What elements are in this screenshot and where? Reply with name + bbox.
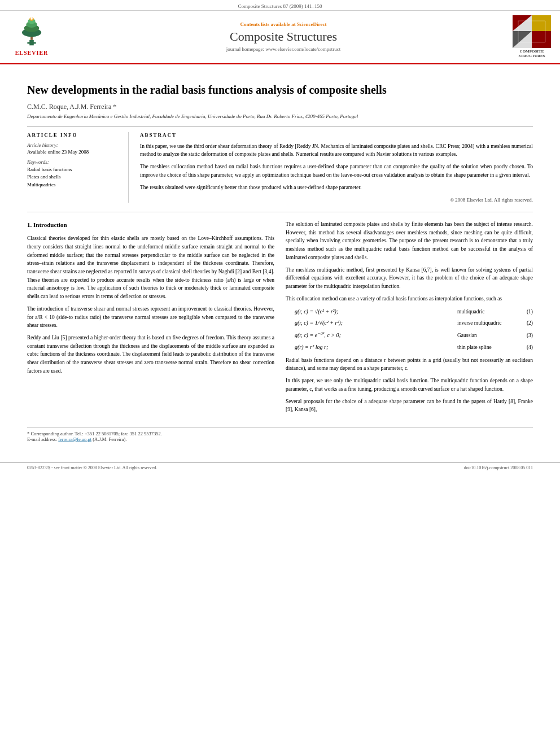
- footnote-email-link[interactable]: ferreira@fe.up.pt: [58, 436, 91, 442]
- footer-bar: 0263-8223/$ - see front matter © 2008 El…: [0, 462, 560, 473]
- journal-homepage: journal homepage: www.elsevier.com/locat…: [54, 46, 513, 52]
- right-column-inner: The solution of laminated composite plat…: [286, 220, 533, 414]
- affiliation: Departamento de Engenharia Mecânica e Ge…: [27, 113, 533, 119]
- composite-structures-logo: COMPOSITESTRUCTURES: [513, 15, 551, 59]
- footnote-star: * Corresponding author. Tel.: +351 22 50…: [27, 431, 533, 436]
- equation-1: g(r, c) = √(c² + r²); multiquadric (1): [286, 307, 533, 316]
- elsevier-text: ELSEVIER: [15, 50, 49, 56]
- composite-logo-icon: [513, 15, 551, 48]
- copyright: © 2008 Elsevier Ltd. All rights reserved…: [140, 197, 533, 203]
- article-history-label: Article history:: [27, 142, 120, 148]
- eq3-desc: Gaussian: [457, 331, 519, 340]
- eq4-num: (4): [519, 343, 533, 352]
- abstract-section: ABSTRACT In this paper, we use the third…: [140, 132, 533, 203]
- left-column: 1. Introduction Classical theories devel…: [27, 220, 274, 418]
- keyword-1: Radial basis functions: [27, 166, 120, 174]
- journal-center-header: Contents lists available at ScienceDirec…: [54, 21, 513, 52]
- right-p2: The meshless multiquadric method, first …: [286, 266, 533, 291]
- journal-title: Composite Structures: [54, 29, 513, 44]
- right-p1: The solution of laminated composite plat…: [286, 220, 533, 262]
- main-body: 1. Introduction Classical theories devel…: [27, 212, 533, 418]
- composite-logo-text: COMPOSITESTRUCTURES: [518, 49, 545, 59]
- elsevier-logo: ELSEVIER: [9, 18, 54, 56]
- abstract-p3: The results obtained were significantly …: [140, 184, 533, 191]
- eq4-formula: g(r) = r² log r;: [286, 343, 453, 352]
- eq4-desc: thin plate spline: [457, 343, 519, 352]
- eq1-formula: g(r, c) = √(c² + r²);: [286, 307, 453, 316]
- right-p4: Radial basis functions depend on a dista…: [286, 356, 533, 373]
- right-p6: Several proposals for the choice of a ad…: [286, 397, 533, 414]
- eq1-num: (1): [519, 308, 533, 316]
- journal-header: ELSEVIER Contents lists available at Sci…: [0, 11, 560, 64]
- intro-p3: Reddy and Liu [5] presented a higher-ord…: [27, 334, 274, 375]
- eq1-desc: multiquadric: [457, 308, 519, 316]
- left-column-inner: 1. Introduction Classical theories devel…: [27, 220, 274, 375]
- svg-marker-13: [532, 31, 551, 48]
- article-history-value: Available online 23 May 2008: [27, 149, 120, 155]
- paper-title: New developments in the radial basis fun…: [27, 82, 533, 97]
- equation-2: g(r, c) = 1/√(c² + r²); inverse multiqua…: [286, 318, 533, 327]
- eq2-desc: inverse multiquadric: [457, 319, 519, 327]
- footnote-area: * Corresponding author. Tel.: +351 22 50…: [27, 427, 533, 442]
- abstract-p1: In this paper, we use the third order sh…: [140, 142, 533, 159]
- footer-issn: 0263-8223/$ - see front matter © 2008 El…: [27, 465, 157, 470]
- abstract-p2: The meshless collocation method based on…: [140, 163, 533, 179]
- abstract-heading: ABSTRACT: [140, 132, 533, 138]
- right-column: The solution of laminated composite plat…: [286, 220, 533, 418]
- svg-point-8: [30, 18, 33, 20]
- equation-4: g(r) = r² log r; thin plate spline (4): [286, 343, 533, 352]
- equation-3: g(r, c) = e−σ², c > 0; Gaussian (3): [286, 330, 533, 340]
- keyword-2: Plates and shells: [27, 173, 120, 181]
- right-p3: This collocation method can use a variet…: [286, 295, 533, 303]
- keywords-label: Keywords:: [27, 159, 120, 165]
- svg-marker-11: [532, 15, 551, 31]
- authors: C.M.C. Roque, A.J.M. Ferreira *: [27, 103, 533, 111]
- keywords-list: Radial basis functions Plates and shells…: [27, 166, 120, 189]
- abstract-text: In this paper, we use the third order sh…: [140, 142, 533, 191]
- footnote-email: E-mail address: ferreira@fe.up.pt (A.J.M…: [27, 436, 533, 442]
- eq3-formula: g(r, c) = e−σ², c > 0;: [286, 330, 453, 340]
- article-info-heading: ARTICLE INFO: [27, 132, 120, 138]
- intro-p1: Classical theories developed for thin el…: [27, 234, 274, 301]
- svg-rect-1: [27, 42, 36, 44]
- article-info: ARTICLE INFO Article history: Available …: [27, 132, 129, 203]
- right-p5: In this paper, we use only the multiquad…: [286, 377, 533, 393]
- sciencedirect-link: Contents lists available at ScienceDirec…: [54, 21, 513, 27]
- journal-reference: Composite Structures 87 (2009) 141–150: [0, 0, 560, 11]
- keyword-3: Multiquadrics: [27, 181, 120, 189]
- footer-doi: doi:10.1016/j.compstruct.2008.05.011: [464, 465, 533, 470]
- elsevier-tree-icon: [15, 18, 49, 49]
- info-abstract-section: ARTICLE INFO Article history: Available …: [27, 126, 533, 203]
- eq2-formula: g(r, c) = 1/√(c² + r²);: [286, 318, 453, 327]
- eq2-num: (2): [519, 319, 533, 327]
- paper-content: New developments in the radial basis fun…: [0, 64, 560, 451]
- eq3-num: (3): [519, 331, 533, 340]
- intro-p2: The introduction of transverse shear and…: [27, 305, 274, 330]
- sciencedirect-text: ScienceDirect: [297, 21, 326, 27]
- section1-heading: 1. Introduction: [27, 220, 274, 230]
